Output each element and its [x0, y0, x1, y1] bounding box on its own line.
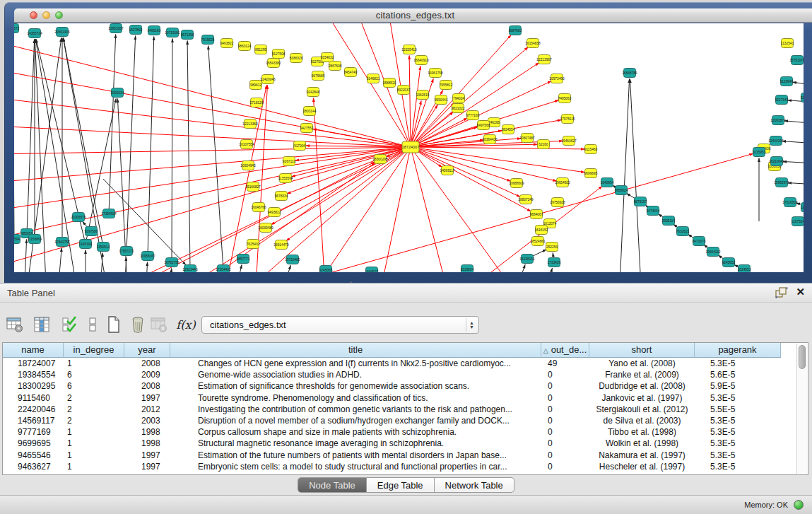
tab-node-table[interactable]: Node Table — [298, 477, 367, 493]
svg-text:22420046: 22420046 — [260, 78, 276, 81]
svg-text:1132541: 1132541 — [781, 42, 794, 45]
delete-trash-icon[interactable] — [127, 313, 148, 336]
table-cell: 9463627 — [3, 461, 64, 472]
network-window-titlebar[interactable]: citations_edges.txt — [14, 8, 812, 23]
svg-text:1350513: 1350513 — [97, 245, 110, 249]
memory-indicator-icon[interactable] — [794, 500, 804, 510]
table-cell: Corpus callosum shape and size in male p… — [170, 426, 541, 438]
svg-text:9990443: 9990443 — [435, 98, 448, 102]
svg-text:14355724: 14355724 — [27, 32, 42, 35]
svg-text:10958167: 10958167 — [140, 255, 155, 258]
svg-text:17254402: 17254402 — [216, 268, 231, 271]
column-header-title[interactable]: title — [170, 343, 541, 358]
table-row[interactable]: 1830029562008Estimation of significance … — [3, 380, 808, 392]
table-row[interactable]: 1872400712008Changes of HCN gene express… — [3, 358, 808, 369]
new-file-icon[interactable] — [103, 313, 124, 336]
svg-text:9115460: 9115460 — [584, 148, 598, 151]
table-settings-icon[interactable] — [4, 313, 25, 336]
tab-network-table[interactable]: Network Table — [435, 477, 514, 493]
svg-text:9267110: 9267110 — [283, 160, 296, 163]
table-cell: 1998 — [124, 426, 170, 438]
table-panel-title: Table Panel — [7, 288, 55, 298]
svg-text:10654112: 10654112 — [706, 250, 721, 254]
table-row[interactable]: 969969511998Structural magnetic resonanc… — [3, 438, 808, 449]
table-cell: 0 — [541, 461, 589, 472]
table-row[interactable]: 946554611997Estimation of the future num… — [3, 450, 808, 461]
table-cell: 5.9E-5 — [695, 380, 781, 392]
table-row[interactable]: 1938455462009Genome-wide association stu… — [3, 369, 808, 380]
table-cell: 5.5E-5 — [695, 404, 781, 415]
table-cell: 1 — [64, 426, 124, 438]
close-panel-icon[interactable]: ✕ — [796, 286, 805, 298]
network-graph-svg[interactable]: 9135572143557242069140610653267152780264… — [14, 23, 804, 272]
table-cell: Dudbridge et al. (2008) — [589, 380, 695, 392]
svg-text:1733426: 1733426 — [548, 261, 561, 264]
svg-text:2718126: 2718126 — [250, 101, 264, 105]
table-cell: 5.3E-5 — [695, 358, 781, 369]
float-panel-icon[interactable] — [775, 287, 788, 298]
column-header-out-de-[interactable]: △out_de... — [541, 343, 589, 358]
svg-text:17016504: 17016504 — [782, 201, 798, 204]
table-row[interactable]: 911546021997Tourette syndrome. Phenomeno… — [3, 392, 808, 404]
svg-text:10107554: 10107554 — [239, 143, 254, 146]
row-height-icon[interactable] — [82, 313, 103, 336]
table-cell: Changes of HCN gene expression and I(f) … — [170, 358, 541, 369]
table-cell: 5.3E-5 — [695, 426, 781, 438]
svg-text:9493822: 9493822 — [268, 211, 281, 214]
svg-text:20364436: 20364436 — [482, 138, 498, 141]
window-title: citations_edges.txt — [14, 10, 812, 21]
column-header-short[interactable]: short — [589, 343, 695, 358]
status-bar: Memory: OK — [0, 495, 812, 514]
table-cell: 1 — [64, 438, 124, 449]
svg-text:9821022: 9821022 — [452, 107, 465, 110]
column-header-in-degree[interactable]: in_degree — [64, 343, 124, 358]
table-cell: 9777169 — [3, 426, 64, 438]
tab-edge-table[interactable]: Edge Table — [367, 477, 435, 493]
cytoscape-app: citations_edges.txt 91355721435572420691… — [0, 0, 812, 514]
svg-text:12325413: 12325413 — [401, 48, 417, 52]
table-cell: 1997 — [124, 461, 170, 472]
table-selector-dropdown[interactable]: citations_edges.txt ▲▼ — [201, 316, 479, 334]
svg-text:746266: 746266 — [488, 121, 500, 124]
import-table-disabled-icon — [148, 313, 170, 336]
table-header-row: namein_degreeyeartitle△out_de...shortpag… — [3, 343, 808, 358]
column-header-name[interactable]: name — [3, 343, 64, 358]
table-row[interactable]: 1456911722003Disruption of a novel membe… — [3, 415, 808, 426]
show-columns-icon[interactable] — [31, 313, 52, 336]
svg-text:9474444: 9474444 — [647, 209, 660, 213]
table-cell: 0 — [541, 438, 589, 449]
select-rows-icon[interactable] — [59, 313, 81, 336]
svg-text:9135572: 9135572 — [14, 27, 20, 30]
column-header-pagerank[interactable]: pagerank — [695, 343, 781, 358]
svg-text:7625402: 7625402 — [247, 243, 260, 246]
table-row[interactable]: 2242004622012Investigating the contribut… — [3, 404, 808, 415]
function-builder-icon[interactable]: f(x) — [175, 313, 196, 336]
table-cell: 2009 — [124, 369, 170, 380]
scrollbar-thumb[interactable] — [799, 345, 806, 369]
svg-text:2867608: 2867608 — [329, 64, 342, 68]
svg-text:12942757: 12942757 — [54, 240, 70, 244]
table-cell: 22420046 — [3, 404, 64, 415]
svg-text:19756928: 19756928 — [550, 201, 565, 204]
svg-text:9127508: 9127508 — [272, 52, 286, 56]
svg-text:1145194: 1145194 — [79, 243, 93, 246]
svg-text:917004: 917004 — [294, 144, 305, 148]
table-cell: 5.3E-5 — [695, 450, 781, 461]
table-cell: de Silva et al. (2003) — [589, 415, 695, 426]
table-row[interactable]: 977716911998Corpus callosum shape and si… — [3, 426, 808, 438]
column-header-year[interactable]: year — [124, 343, 170, 358]
network-canvas[interactable]: 9135572143557242069140610653267152780264… — [14, 23, 804, 272]
vertical-scrollbar[interactable] — [796, 344, 807, 474]
table-cell: 2 — [64, 404, 124, 415]
svg-text:16648784: 16648784 — [622, 71, 637, 75]
memory-status: Memory: OK — [744, 501, 788, 509]
svg-text:9245065: 9245065 — [319, 269, 333, 272]
table-cell: 6 — [64, 369, 124, 380]
table-cell: Yano et al. (2008) — [589, 358, 695, 369]
svg-text:9678334: 9678334 — [275, 194, 288, 198]
table-row[interactable]: 946362711997Embryonic stem cells: a mode… — [3, 461, 808, 472]
svg-text:9129946: 9129946 — [780, 80, 794, 83]
node-table: namein_degreeyeartitle△out_de...shortpag… — [2, 342, 808, 475]
table-body[interactable]: 1872400712008Changes of HCN gene express… — [3, 358, 808, 472]
table-cell: 1997 — [124, 392, 170, 404]
